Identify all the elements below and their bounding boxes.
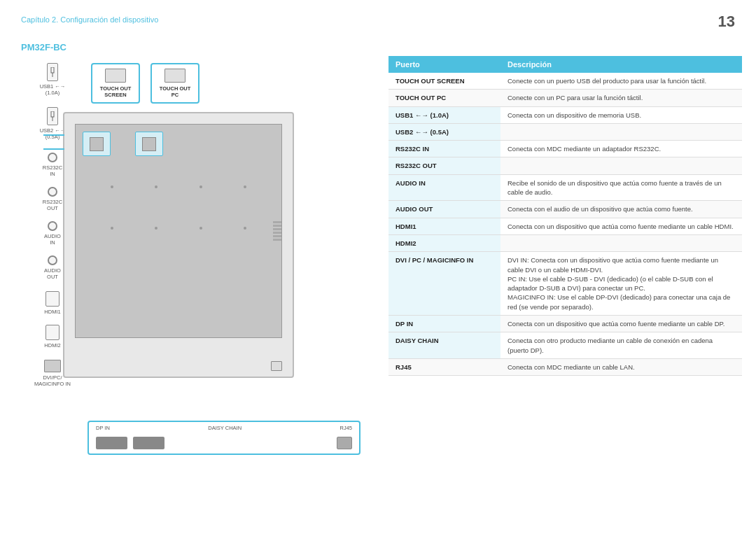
diagram-area: USB1 ←→(1.0A) USB2 ←→(0.5A) RS232CIN RS2…	[21, 56, 385, 490]
port-name-cell: DP IN	[388, 316, 500, 332]
port-desc-cell: Conecta con el audio de un dispositivo q…	[500, 201, 742, 217]
daisy-chain-label: DAISY CHAIN	[208, 425, 241, 431]
port-desc-cell	[500, 157, 742, 174]
header-puerto: Puerto	[388, 56, 500, 73]
port-name-cell: AUDIO OUT	[388, 201, 500, 217]
rj45-label: RJ45	[340, 425, 352, 431]
table-row: HDMI1Conecta con un dispositivo que actú…	[388, 218, 742, 235]
port-name-cell: AUDIO IN	[388, 175, 500, 201]
port-hdmi1: HDMI1	[44, 291, 60, 315]
page-container: 13 Capítulo 2. Configuración del disposi…	[0, 0, 756, 534]
touch-pc-label: TOUCH OUTPC	[160, 85, 190, 98]
bottom-ports-labels: DP IN DAISY CHAIN RJ45	[89, 422, 359, 434]
bottom-ports-panel: DP IN DAISY CHAIN RJ45	[88, 421, 360, 455]
usb1-label: USB1 ←→(1.0A)	[40, 83, 66, 96]
rs232c-out-icon	[48, 187, 57, 197]
port-desc-cell: Conecte con un puerto USB del producto p…	[500, 73, 742, 89]
dp-in-label: DP IN	[96, 425, 110, 431]
usb2-icon	[47, 107, 58, 125]
port-name-cell: HDMI1	[388, 218, 500, 234]
ports-table: Puerto Descripción TOUCH OUT SCREENConec…	[388, 56, 742, 520]
audio-out-label: AUDIOOUT	[44, 267, 61, 280]
daisy-chain-connector	[133, 437, 164, 449]
svg-rect-2	[51, 111, 54, 117]
touch-pc-icon	[164, 69, 186, 83]
port-desc-cell: Conecta con MDC mediante un adaptador RS…	[500, 141, 742, 157]
table-row: USB1 ←→ (1.0A)Conecta con un dispositivo…	[388, 107, 742, 124]
audio-in-icon	[48, 221, 57, 231]
port-desc-cell: Conecte con un PC para usar la función t…	[500, 90, 742, 106]
rs232c-in-label: RS232CIN	[43, 164, 62, 177]
bottom-ports-connectors	[89, 434, 359, 454]
port-rs232c-out: RS232COUT	[43, 187, 62, 211]
table-row: DP INConecta con un dispositivo que actú…	[388, 316, 742, 332]
touch-screen-icon	[105, 69, 126, 83]
table-row: RJ45Conecta con MDC mediante un cable LA…	[388, 359, 742, 376]
port-name-cell: HDMI2	[388, 235, 500, 251]
rj45-connector	[337, 437, 352, 449]
screen-outer	[63, 112, 294, 378]
table-header: Puerto Descripción	[388, 56, 742, 73]
port-desc-cell: Conecta con otro producto mediante un ca…	[500, 332, 742, 358]
port-name-cell: RS232C OUT	[388, 157, 500, 174]
port-desc-cell: Conecta con un dispositivo que actúa com…	[500, 316, 742, 332]
rs232c-out-label: RS232COUT	[43, 199, 62, 211]
port-name-cell: DAISY CHAIN	[388, 332, 500, 358]
svg-rect-0	[51, 67, 54, 73]
port-rs232c-in: RS232CIN	[43, 153, 62, 177]
port-name-cell: USB1 ←→ (1.0A)	[388, 107, 500, 123]
dvi-icon	[44, 360, 61, 372]
port-usb1: USB1 ←→(1.0A)	[40, 63, 66, 96]
table-body: TOUCH OUT SCREENConecte con un puerto US…	[388, 73, 742, 376]
usb2-label: USB2 ←→(0.5A)	[40, 127, 66, 140]
port-name-cell: RS232C IN	[388, 141, 500, 157]
usb1-icon	[47, 63, 58, 81]
page-number: 13	[718, 13, 735, 31]
model-title: PM32F-BC	[21, 42, 66, 52]
hdmi1-label: HDMI1	[44, 309, 60, 315]
table-row: DVI / PC / MAGICINFO INDVI IN: Conecta c…	[388, 252, 742, 316]
audio-in-label: AUDIOIN	[44, 233, 61, 246]
port-desc-cell: Conecta con un dispositivo de memoria US…	[500, 107, 742, 123]
table-row: RS232C INConecta con MDC mediante un ada…	[388, 141, 742, 157]
hdmi1-icon	[46, 291, 59, 307]
table-row: AUDIO INRecibe el sonido de un dispositi…	[388, 175, 742, 202]
dp-in-connector	[96, 437, 127, 449]
table-row: TOUCH OUT PCConecte con un PC para usar …	[388, 90, 742, 106]
rs232c-in-icon	[48, 153, 57, 162]
table-row: HDMI2	[388, 235, 742, 252]
port-hdmi2: HDMI2	[44, 325, 60, 349]
port-desc-cell	[500, 124, 742, 140]
port-name-cell: TOUCH OUT SCREEN	[388, 73, 500, 89]
port-desc-cell: DVI IN: Conecta con un dispositivo que a…	[500, 252, 742, 315]
hdmi2-label: HDMI2	[44, 342, 60, 349]
table-row: USB2 ←→ (0.5A)	[388, 124, 742, 141]
table-row: DAISY CHAINConecta con otro producto med…	[388, 332, 742, 359]
chapter-label: Capítulo 2. Configuración del dispositiv…	[21, 15, 158, 24]
touch-out-area: TOUCH OUTSCREEN TOUCH OUTPC	[91, 63, 200, 104]
port-name-cell: USB2 ←→ (0.5A)	[388, 124, 500, 140]
table-row: RS232C OUT	[388, 157, 742, 174]
table-row: AUDIO OUTConecta con el audio de un disp…	[388, 201, 742, 218]
port-desc-cell: Conecta con MDC mediante un cable LAN.	[500, 359, 742, 375]
port-desc-cell: Recibe el sonido de un dispositivo que a…	[500, 175, 742, 201]
screen-inner	[75, 124, 282, 338]
audio-out-icon	[48, 255, 57, 265]
port-desc-cell	[500, 235, 742, 251]
port-audio-in: AUDIOIN	[44, 221, 61, 246]
table-row: TOUCH OUT SCREENConecte con un puerto US…	[388, 73, 742, 90]
port-name-cell: TOUCH OUT PC	[388, 90, 500, 106]
hdmi2-icon	[46, 325, 59, 340]
touch-out-screen-box: TOUCH OUTSCREEN	[91, 63, 140, 104]
port-desc-cell: Conecta con un dispositivo que actúa com…	[500, 218, 742, 234]
touch-out-pc-box: TOUCH OUTPC	[150, 63, 200, 104]
port-name-cell: DVI / PC / MAGICINFO IN	[388, 252, 500, 315]
header-descripcion: Descripción	[500, 56, 742, 73]
touch-screen-label: TOUCH OUTSCREEN	[100, 85, 131, 98]
port-audio-out: AUDIOOUT	[44, 255, 61, 280]
port-name-cell: RJ45	[388, 359, 500, 375]
